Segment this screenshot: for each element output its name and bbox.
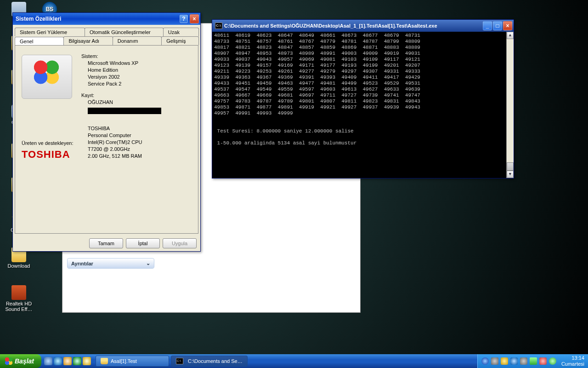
system-tray: 13:14 Cumartesi — [477, 354, 588, 368]
console-title: C:\Documents and Settings\OĞUZHAN\Deskto… — [224, 23, 437, 29]
cpu-ram: 2.00 GHz, 512 MB RAM — [88, 153, 192, 160]
windows-flag-icon — [5, 357, 13, 365]
tray-network-icon[interactable] — [520, 357, 527, 365]
system-heading: Sistem: — [81, 53, 192, 60]
task-cmd[interactable]: C:\ C:\Documents and Se… — [171, 356, 248, 367]
close-button[interactable]: × — [190, 14, 199, 23]
scroll-up-button[interactable]: ▲ — [507, 32, 514, 39]
cmd-icon: C:\ — [215, 23, 222, 29]
toshiba-logo: TOSHIBA — [22, 149, 81, 161]
tab-computer-name[interactable]: Bilgisayar Adı — [63, 36, 113, 45]
windows-logo-icon — [22, 55, 72, 99]
start-button[interactable]: Başlat — [0, 354, 41, 368]
os-edition: Home Edition — [88, 67, 192, 74]
tray-clock[interactable]: 13:14 Cumartesi — [561, 355, 584, 367]
sysprops-titlebar[interactable]: Sistem Özellikleri ? × — [13, 13, 200, 25]
registration-heading: Kayıt: — [81, 92, 192, 99]
ql-wmp-icon[interactable] — [73, 357, 81, 365]
os-sp: Service Pack 2 — [88, 80, 192, 87]
ql-ie-icon[interactable] — [54, 357, 62, 365]
oem-manufacturer: TOSHIBA — [88, 125, 192, 132]
os-version: Versiyon 2002 — [88, 74, 192, 80]
scroll-thumb[interactable] — [507, 162, 514, 171]
system-properties-dialog: Sistem Özellikleri ? × Sistem Geri Yükle… — [12, 12, 201, 252]
scroll-down-button[interactable]: ▼ — [507, 171, 514, 178]
cpu-model: T7200 @ 2.00GHz — [88, 146, 192, 153]
tray-msn-icon[interactable] — [549, 357, 556, 365]
oem-heading: Üreten ve destekleyen: — [22, 140, 81, 146]
tray-battery-icon[interactable] — [530, 357, 537, 365]
ql-outlook-icon[interactable] — [63, 357, 72, 365]
console-titlebar[interactable]: C:\ C:\Documents and Settings\OĞUZHAN\De… — [212, 20, 514, 32]
desktop-icon-realtek[interactable]: Realtek HD Sound Eff… — [3, 285, 35, 312]
tray-bluetooth-icon[interactable] — [481, 357, 489, 365]
cancel-button[interactable]: İptal — [126, 238, 160, 248]
help-button[interactable]: ? — [180, 15, 188, 23]
redacted-serial — [88, 108, 161, 114]
tab-advanced[interactable]: Gelişmiş — [161, 36, 199, 45]
tab-general[interactable]: Genel — [15, 37, 64, 46]
os-name: Microsoft Windows XP — [88, 60, 192, 67]
chevron-down-icon: ⌄ — [146, 260, 150, 266]
close-button[interactable]: × — [503, 21, 512, 30]
tray-volume-icon[interactable] — [491, 357, 498, 365]
tray-wireless-icon[interactable] — [501, 357, 508, 365]
minimize-button[interactable]: _ — [483, 21, 492, 30]
tab-auto-updates[interactable]: Otomatik Güncelleştirmeler — [85, 28, 164, 36]
details-panel-header[interactable]: Ayrıntılar⌄ — [68, 259, 154, 268]
console-output: 48611 48619 48623 48647 48649 48661 4867… — [212, 32, 514, 178]
tray-shield-icon[interactable] — [539, 357, 547, 365]
tab-system-restore[interactable]: Sistem Geri Yükleme — [15, 28, 85, 36]
maximize-button[interactable]: □ — [493, 21, 502, 30]
tray-av-icon[interactable] — [510, 357, 518, 365]
folder-icon — [101, 358, 108, 364]
oem-model: Personal Computer — [88, 132, 192, 139]
realtek-icon — [11, 285, 26, 300]
dialog-title: Sistem Özellikleri — [16, 16, 61, 22]
taskbar: Başlat Asal[1].Test C:\ C:\Documents and… — [0, 354, 588, 368]
task-asal-folder[interactable]: Asal[1].Test — [96, 356, 169, 367]
quick-launch — [41, 357, 94, 365]
cmd-icon: C:\ — [176, 358, 183, 364]
registered-user: OĞUZHAN — [88, 99, 192, 106]
command-prompt-window: C:\ C:\Documents and Settings\OĞUZHAN\De… — [212, 19, 514, 178]
ql-msn-icon[interactable] — [83, 357, 91, 365]
apply-button[interactable]: Uygula — [163, 238, 197, 248]
ok-button[interactable]: Tamam — [89, 238, 123, 248]
ql-show-desktop[interactable] — [44, 357, 52, 365]
cpu-name: Intel(R) Core(TM)2 CPU — [88, 139, 192, 146]
tab-hardware[interactable]: Donanım — [113, 36, 162, 45]
scrollbar[interactable]: ▲▼ — [506, 32, 514, 178]
tab-remote[interactable]: Uzak — [163, 28, 199, 36]
